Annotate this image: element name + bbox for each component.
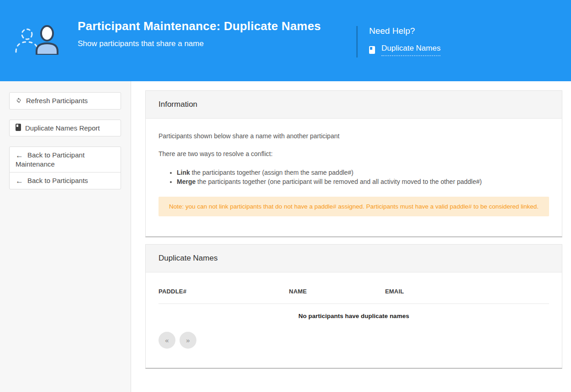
list-item-merge: Merge the participants together (one par… [177,177,549,186]
refresh-icon [16,97,22,105]
duplicate-names-report-label: Duplicate Names Report [25,124,100,132]
duplicate-names-table: PADDLE# NAME EMAIL No participants have … [159,272,549,332]
list-item-link: Link the participants together (assign t… [177,168,549,177]
refresh-participants-button[interactable]: Refresh Participants [9,92,121,110]
person-duo-icon [13,23,63,55]
book-icon [369,46,375,54]
conflict-options-list: Link the participants together (assign t… [159,168,549,186]
back-to-participant-maintenance-label: Back to Participant Maintenance [16,151,85,168]
information-panel: Information Participants shown below sha… [145,90,562,237]
duplicate-names-panel: Duplicate Names PADDLE# NAME EMAIL No pa… [145,244,562,369]
arrow-left-icon: ← [16,151,23,160]
duplicate-names-panel-title: Duplicate Names [146,245,562,272]
column-header-name: NAME [289,272,385,304]
pagination: « » [159,332,549,349]
merge-term: Merge [177,178,196,185]
link-term: Link [177,169,190,176]
merge-description: the participants together (one participa… [196,178,481,185]
back-to-participants-label: Back to Participants [27,177,88,184]
column-header-paddle: PADDLE# [159,272,289,304]
back-to-participant-maintenance-button[interactable]: ←Back to Participant Maintenance [9,146,121,172]
need-help-duplicate-names-link[interactable]: Duplicate Names [369,44,440,56]
arrow-left-icon: ← [16,177,23,185]
sidebar: Refresh Participants Duplicate Names Rep… [0,81,131,392]
paddle-note-alert: Note: you can not link participants that… [159,197,549,216]
link-description: the participants together (assign them t… [190,169,354,176]
duplicate-names-panel-body: PADDLE# NAME EMAIL No participants have … [146,272,562,368]
info-line-1: Participants shown below share a name wi… [159,131,549,141]
need-help-link-label: Duplicate Names [381,44,440,56]
pagination-prev-button[interactable]: « [159,332,175,349]
need-help-section: Need Help? Duplicate Names [356,26,440,57]
table-header-row: PADDLE# NAME EMAIL [159,272,549,304]
duplicate-names-report-button[interactable]: Duplicate Names Report [9,120,121,136]
information-panel-body: Participants shown below share a name wi… [146,119,562,236]
info-line-2: There are two ways to resolve a conflict… [159,149,549,158]
page-title: Participant Maintenance: Duplicate Names [78,19,321,33]
duplicate-participants-icon [13,23,63,57]
refresh-participants-label: Refresh Participants [26,97,88,105]
page-subtitle: Show participants that share a name [78,39,321,48]
main-content: Information Participants shown below sha… [131,81,571,392]
empty-state-message: No participants have duplicate names [159,303,549,332]
column-header-email: EMAIL [385,272,549,304]
report-book-icon [16,124,21,131]
empty-state-row: No participants have duplicate names [159,303,549,332]
need-help-title: Need Help? [369,26,440,36]
pagination-next-button[interactable]: » [180,332,196,349]
page-header: Participant Maintenance: Duplicate Names… [0,0,571,81]
back-navigation-group: ←Back to Participant Maintenance ←Back t… [9,146,122,189]
information-panel-title: Information [146,91,562,119]
back-to-participants-button[interactable]: ←Back to Participants [9,172,121,189]
